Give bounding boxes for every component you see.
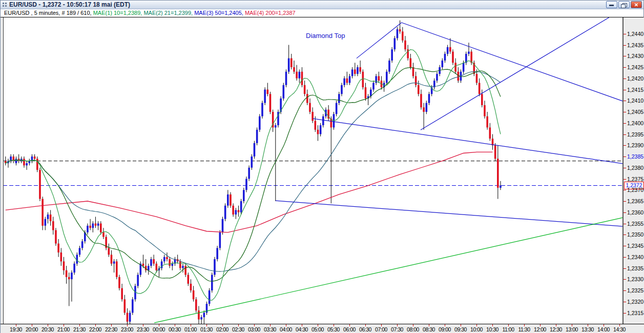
candle-body [230,194,232,206]
y-axis-label: 1,2315 [627,310,643,316]
candle-body [343,79,345,85]
trendline-diamond-lower-right-extended[interactable] [421,17,609,130]
price-tick [624,45,626,46]
candle-body [351,69,354,76]
candle-body [102,232,105,237]
candle-body [476,74,478,83]
candle-body [354,69,356,74]
candle-body [71,272,73,279]
candle-body [372,83,375,89]
y-axis-label: 1,2355 [627,221,643,227]
x-axis-label: 22:30 [103,326,119,332]
candle-body [338,94,340,103]
restore-button[interactable] [618,1,630,8]
y-axis-label: 1,2325 [627,287,643,293]
candle-body [444,54,446,61]
candle-body [357,67,359,74]
candle-body [87,226,89,232]
x-axis-label: 14:30 [611,326,628,332]
candle-body [68,277,70,279]
candle-body [166,257,168,259]
candle-body [423,107,425,112]
candle-body [264,90,266,103]
price-tick [624,257,626,258]
y-axis-label: 1,2440 [627,31,643,37]
y-axis-label: 1,2350 [627,231,643,238]
candle-body [359,67,361,72]
candle-body [391,49,393,61]
close-button[interactable] [631,1,642,8]
candle-body [214,259,216,275]
x-axis-label: 11:00 [500,326,516,332]
x-axis-label: 05:00 [309,326,326,332]
candle-body [397,29,399,38]
candle-body [219,232,221,248]
candlestick-chart[interactable] [3,17,623,324]
candle-body [76,254,78,263]
candle-body [489,127,491,139]
x-axis-label: 01:00 [182,326,199,332]
x-axis-label: 12:30 [548,326,564,332]
candle-body [66,270,68,277]
title-bar[interactable]: EUR/USD - 1,2372 - 10:50:17 18 mai (EDT) [1,1,643,9]
candle-body [256,130,258,143]
y-axis-label: 1,2335 [627,265,643,271]
candle-body [148,266,150,270]
candle-body [248,168,250,179]
info-segment: EUR/USD , 5 minutes, # 189 / 610, [4,10,93,16]
price-tick [624,123,626,124]
candle-body [346,79,348,83]
candle-body [484,105,486,116]
candle-body [251,156,253,168]
x-axis-label: 12:00 [532,326,548,332]
candle-body [182,266,184,268]
app-window: EUR/USD - 1,2372 - 10:50:17 18 mai (EDT)… [0,0,644,333]
y-axis-label: 1,2415 [627,87,643,93]
y-axis-label: 1,2405 [627,109,643,115]
y-axis-label: 1,2430 [627,53,643,59]
candle-body [198,310,200,319]
diamond-top-annotation: Diamond Top [306,32,345,40]
x-axis-label: 06:00 [341,326,358,332]
candle-body [301,72,303,85]
candle-body [188,275,190,284]
candle-body [60,252,63,261]
y-axis-label: 1,2420 [627,75,643,82]
candle-body [288,58,290,72]
trendline-diamond-upper-right-extended[interactable] [402,23,623,101]
minimize-button[interactable] [606,1,617,8]
price-tick [624,34,626,34]
candle-body [267,90,269,94]
chart-area[interactable]: Diamond Top [1,17,623,324]
price-tick [624,201,626,202]
candle-body [293,67,295,72]
candle-body [211,275,213,290]
y-axis-label: 1,2345 [627,243,643,249]
x-axis-label: 03:30 [262,326,278,332]
x-axis-label: 23:30 [135,326,151,332]
candle-body [193,290,195,299]
candle-body [79,248,81,254]
candle-body [442,61,444,67]
trendline-minor-descending-support[interactable] [276,201,623,226]
x-axis-label: 13:30 [579,326,596,332]
x-axis-label: 04:00 [278,326,294,332]
candle-body [386,72,388,83]
candle-body [153,259,155,264]
candle-body [100,224,102,232]
x-axis-label: 05:30 [325,326,342,332]
candle-body [306,94,308,103]
price-tick [624,179,626,180]
candle-body [41,199,44,226]
price-tick [624,101,626,101]
candle-body [399,29,401,31]
candle-body [184,266,186,275]
trendline-diamond-lower-left-extended[interactable] [313,119,623,164]
x-axis-label: 10:00 [468,326,485,332]
x-axis-label: 14:00 [595,326,612,332]
candle-body [18,159,20,161]
candle-body [97,224,99,226]
price-tick [624,302,626,302]
info-segment: MAE(3) 50=1,2405, [194,10,245,16]
candle-body [63,261,65,270]
